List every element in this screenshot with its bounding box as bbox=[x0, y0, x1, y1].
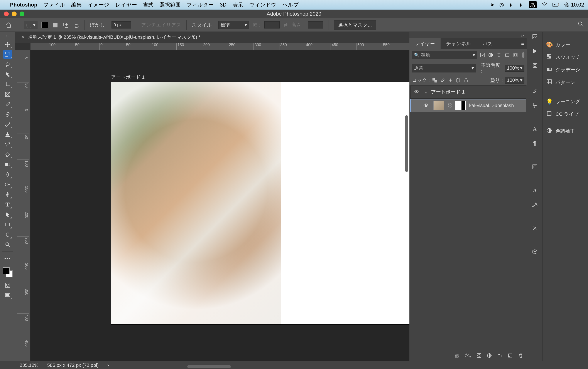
lock-pixels-icon[interactable] bbox=[440, 78, 445, 83]
menu-select[interactable]: 選択範囲 bbox=[160, 1, 180, 8]
app-menu[interactable]: Photoshop bbox=[10, 2, 37, 8]
visibility-toggle[interactable]: 👁 bbox=[412, 89, 421, 95]
subtract-selection-icon[interactable] bbox=[73, 22, 79, 28]
libraries-panel-button[interactable]: CC ライブ bbox=[543, 108, 588, 120]
brush-settings-icon[interactable] bbox=[531, 102, 539, 109]
fill-swatch[interactable] bbox=[41, 22, 48, 28]
window-zoom[interactable] bbox=[20, 11, 24, 16]
adjustments-panel-icon[interactable] bbox=[531, 225, 539, 232]
document-tab[interactable]: × 名称未設定 1 @ 235% (kal-visuals-wf4BUDXLpj… bbox=[22, 34, 200, 40]
dodge-tool[interactable] bbox=[3, 180, 12, 189]
properties-panel-icon[interactable] bbox=[531, 62, 539, 69]
play-icon-2[interactable]: ⏵ bbox=[519, 2, 524, 8]
ruler-vertical[interactable]: 0 50 0 50 100 150 200 250 300 350 400 45… bbox=[15, 50, 31, 361]
menu-edit[interactable]: 編集 bbox=[71, 1, 82, 8]
menu-type[interactable]: 書式 bbox=[143, 1, 154, 8]
select-and-mask-button[interactable]: 選択とマスク... bbox=[334, 20, 376, 30]
eyedropper-tool[interactable] bbox=[3, 100, 12, 109]
artboard-row[interactable]: 👁 ⌄ アートボード 1 bbox=[410, 86, 526, 99]
menu-file[interactable]: ファイル bbox=[43, 1, 65, 8]
visibility-toggle[interactable]: 👁 bbox=[422, 102, 430, 109]
eraser-tool[interactable] bbox=[3, 150, 12, 159]
new-selection-icon[interactable] bbox=[52, 22, 58, 28]
menu-layer[interactable]: レイヤー bbox=[116, 1, 137, 8]
color-panel-button[interactable]: 🎨カラー bbox=[543, 38, 588, 51]
zoom-level[interactable]: 235.12% bbox=[20, 362, 39, 368]
filter-shape-icon[interactable] bbox=[504, 52, 510, 58]
lock-transparency-icon[interactable] bbox=[432, 78, 438, 83]
window-close[interactable] bbox=[4, 11, 9, 16]
type-tool[interactable]: T bbox=[3, 200, 12, 209]
scrollbar-vertical[interactable] bbox=[405, 115, 408, 172]
color-swatches[interactable] bbox=[3, 267, 13, 277]
play-icon[interactable]: ⏵ bbox=[509, 2, 514, 8]
group-icon[interactable] bbox=[497, 353, 502, 359]
trash-icon[interactable] bbox=[518, 353, 523, 359]
collapse-panels-icon[interactable]: ›› bbox=[410, 32, 527, 38]
filter-type-icon[interactable]: T bbox=[496, 52, 502, 58]
quick-mask-toggle[interactable] bbox=[3, 281, 12, 289]
learn-panel-button[interactable]: 💡ラーニング bbox=[543, 95, 588, 108]
status-chevron-icon[interactable]: › bbox=[107, 362, 109, 368]
lock-position-icon[interactable] bbox=[448, 78, 453, 83]
adjustments-panel-button[interactable]: 色調補正 bbox=[543, 125, 588, 138]
chevron-down-icon[interactable]: ⌄ bbox=[424, 89, 428, 95]
new-layer-icon[interactable] bbox=[508, 353, 513, 359]
gradients-panel-button[interactable]: グラデーシ bbox=[543, 63, 588, 76]
filter-adjust-icon[interactable] bbox=[488, 52, 494, 58]
tab-channels[interactable]: チャンネル bbox=[441, 38, 477, 49]
link-layers-icon[interactable]: ⛓ bbox=[455, 353, 460, 359]
feather-input[interactable] bbox=[112, 21, 131, 29]
marquee-tool-preset[interactable]: ▾ bbox=[24, 21, 37, 29]
antialias-checkbox[interactable] bbox=[135, 23, 139, 27]
add-selection-icon[interactable] bbox=[62, 22, 69, 28]
zoom-tool[interactable] bbox=[3, 240, 12, 249]
hand-tool[interactable] bbox=[3, 230, 12, 239]
swatches-panel-button[interactable]: スウォッチ bbox=[543, 51, 588, 63]
panel-menu-icon[interactable]: ≡ bbox=[518, 38, 527, 49]
history-panel-icon[interactable] bbox=[531, 33, 539, 40]
char-styles-panel-icon[interactable]: A bbox=[531, 187, 539, 194]
patterns-panel-button[interactable]: パターン bbox=[543, 76, 588, 89]
brush-tool[interactable] bbox=[3, 120, 12, 129]
clock[interactable]: 金 10:02 bbox=[564, 1, 584, 8]
quick-select-tool[interactable] bbox=[3, 70, 12, 79]
blend-mode-select[interactable]: 通常▾ bbox=[412, 64, 476, 72]
glyphs-panel-icon[interactable] bbox=[531, 163, 539, 170]
collapse-handle[interactable]: ›› bbox=[6, 34, 9, 38]
scrollbar-horizontal[interactable] bbox=[187, 365, 231, 368]
para-styles-panel-icon[interactable]: aA bbox=[531, 201, 539, 209]
menu-3d[interactable]: 3D bbox=[220, 2, 227, 8]
filter-toggle[interactable] bbox=[522, 52, 525, 58]
menu-image[interactable]: イメージ bbox=[88, 1, 109, 8]
cc-icon[interactable]: ◎ bbox=[499, 2, 504, 8]
menu-filter[interactable]: フィルター bbox=[187, 1, 214, 8]
gradient-tool[interactable] bbox=[3, 160, 12, 169]
doc-dimensions[interactable]: 585 px x 472 px (72 ppi) bbox=[47, 362, 99, 368]
filter-smart-icon[interactable] bbox=[513, 52, 518, 58]
artboard[interactable] bbox=[111, 82, 410, 324]
healing-tool[interactable] bbox=[3, 110, 12, 119]
blur-tool[interactable] bbox=[3, 170, 12, 179]
tab-paths[interactable]: パス bbox=[477, 38, 498, 49]
filter-pixel-icon[interactable] bbox=[480, 52, 485, 58]
location-icon[interactable]: ➤ bbox=[490, 2, 494, 8]
ruler-horizontal[interactable]: 100 50 0 50 100 150 200 250 300 350 400 … bbox=[31, 43, 410, 50]
stamp-tool[interactable] bbox=[3, 130, 12, 139]
pen-tool[interactable] bbox=[3, 190, 12, 199]
shape-tool[interactable] bbox=[3, 220, 12, 229]
artboard-label[interactable]: アートボード 1 bbox=[111, 74, 145, 80]
tab-layers[interactable]: レイヤー bbox=[410, 38, 441, 49]
style-select[interactable]: 標準▾ bbox=[219, 21, 249, 29]
path-select-tool[interactable] bbox=[3, 210, 12, 219]
home-button[interactable] bbox=[4, 20, 13, 30]
3d-panel-icon[interactable] bbox=[531, 248, 539, 255]
opacity-input[interactable]: 100%▾ bbox=[505, 65, 525, 72]
history-brush-tool[interactable] bbox=[3, 140, 12, 149]
canvas[interactable]: アートボード 1 bbox=[31, 50, 410, 361]
adjustment-layer-icon[interactable] bbox=[487, 353, 492, 359]
wifi-icon[interactable] bbox=[542, 2, 547, 8]
lock-artboard-icon[interactable] bbox=[455, 78, 461, 83]
close-tab-icon[interactable]: × bbox=[22, 34, 25, 40]
layer-thumbnail[interactable] bbox=[433, 101, 444, 110]
